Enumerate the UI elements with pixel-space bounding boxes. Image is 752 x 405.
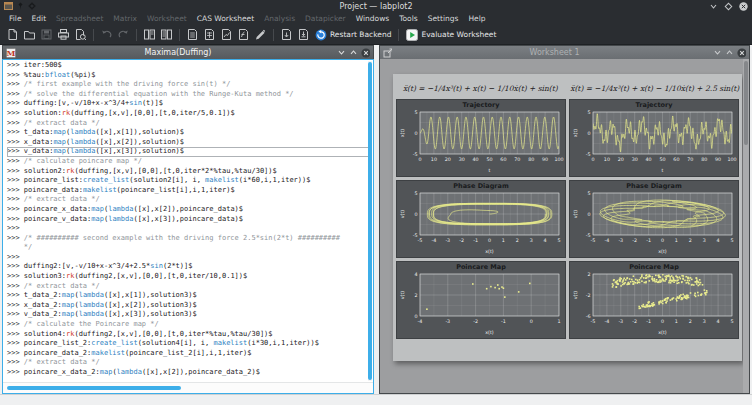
configure-icon[interactable] bbox=[28, 2, 36, 10]
restart-backend-button[interactable]: Restart Backend bbox=[315, 29, 391, 41]
plot-trajectory-2[interactable]: Trajectory0102030405060708090100-505tx(t… bbox=[569, 99, 739, 177]
worksheet-page[interactable]: ẍ(t) = −1/4x³(t) + x(t) − 1/10ẋ(t) + sin… bbox=[393, 74, 742, 361]
svg-text:20: 20 bbox=[445, 157, 451, 162]
panel-close-icon[interactable] bbox=[361, 48, 370, 57]
console-line: >>> solution:rk(duffing,[x,v],[0,0],[t,0… bbox=[7, 109, 370, 119]
new-worksheet-icon[interactable] bbox=[219, 27, 234, 42]
svg-text:-2: -2 bbox=[459, 238, 464, 243]
svg-text:-5: -5 bbox=[413, 152, 418, 157]
svg-text:x(t): x(t) bbox=[485, 249, 494, 254]
plot-poincare-map-2[interactable]: Poincare Map-5-4-3-2-1012345-6-22x(t)v(t… bbox=[569, 261, 739, 339]
worksheet-view[interactable]: ẍ(t) = −1/4x³(t) + x(t) − 1/10ẋ(t) + sin… bbox=[379, 59, 750, 394]
svg-text:-5: -5 bbox=[591, 238, 596, 243]
svg-text:v(t): v(t) bbox=[400, 210, 405, 219]
evaluate-worksheet-label: Evaluate Worksheet bbox=[421, 30, 496, 39]
console-line: >>> solution3:rk(duffing2,[x,v],[0,0],[t… bbox=[7, 272, 370, 282]
new-cas-worksheet-icon[interactable] bbox=[236, 27, 251, 42]
column-title-equation-1: ẍ(t) = −1/4x³(t) + x(t) − 1/10ẋ(t) + sin… bbox=[393, 84, 568, 99]
plot-trajectory-1[interactable]: Trajectory0102030405060708090100-505tx(t… bbox=[396, 99, 566, 177]
close-icon[interactable] bbox=[739, 2, 748, 11]
evaluate-worksheet-button[interactable]: Evaluate Worksheet bbox=[406, 29, 496, 41]
plot-phase-diagram-1[interactable]: Phase Diagram-5-4-3-2-1012345-505x(t)v(t… bbox=[396, 180, 566, 258]
console-line: >>> /* extract data */ bbox=[7, 119, 370, 129]
plot-poincare-map-1[interactable]: Poincare Map-4-3-2-101024x(t)v(t) bbox=[396, 261, 566, 339]
console-vertical-scrollbar[interactable] bbox=[368, 61, 372, 381]
svg-text:-4: -4 bbox=[605, 319, 610, 324]
menu-windows[interactable]: Windows bbox=[351, 14, 394, 23]
panel-close-icon[interactable] bbox=[737, 48, 746, 57]
console-line: >>> /* first example with the driving fo… bbox=[7, 80, 370, 90]
svg-text:5: 5 bbox=[587, 110, 590, 115]
svg-text:v(t): v(t) bbox=[573, 210, 578, 219]
new-matrix-icon[interactable] bbox=[202, 27, 217, 42]
panel-detach-icon[interactable] bbox=[383, 48, 392, 57]
svg-text:3: 3 bbox=[703, 319, 706, 324]
console-line: >>> duffing:[v,-v/10+x-x^3/4+sin(t)]$ bbox=[7, 99, 370, 109]
svg-text:2: 2 bbox=[516, 238, 519, 243]
shade-icon[interactable] bbox=[709, 2, 718, 11]
svg-text:100: 100 bbox=[554, 157, 563, 162]
restart-backend-icon bbox=[315, 29, 327, 41]
new-document-icon[interactable] bbox=[5, 27, 20, 42]
print-preview-icon[interactable] bbox=[73, 27, 88, 42]
toolbar-separator bbox=[179, 29, 180, 41]
menu-help[interactable]: Help bbox=[463, 14, 490, 23]
print-icon[interactable] bbox=[56, 27, 71, 42]
import-sql-icon[interactable] bbox=[296, 27, 311, 42]
menu-edit[interactable]: Edit bbox=[27, 14, 52, 23]
svg-text:0: 0 bbox=[530, 319, 533, 324]
svg-text:0: 0 bbox=[661, 319, 664, 324]
worksheet-vertical-scrollbar[interactable] bbox=[743, 59, 749, 393]
console-line: >>> x_data:map(lambda([x],x[2]),solution… bbox=[7, 138, 370, 148]
panel-menu-chevron-down-icon[interactable] bbox=[337, 48, 346, 57]
panel-float-chevron-up-icon[interactable] bbox=[725, 48, 734, 57]
menu-cas-worksheet[interactable]: CAS Worksheet bbox=[192, 14, 259, 23]
svg-text:10: 10 bbox=[431, 157, 437, 162]
svg-text:-6: -6 bbox=[586, 314, 591, 319]
console-line: >>> solution4:rk(duffing2,[x,v],[0,0],[t… bbox=[7, 330, 370, 340]
maxima-console-text[interactable]: >>> iter:500$>>> %tau:bfloat(%pi)$>>> /*… bbox=[3, 60, 373, 382]
menu-datapicker: Datapicker bbox=[300, 14, 351, 23]
maxima-console[interactable]: >>> iter:500$>>> %tau:bfloat(%pi)$>>> /*… bbox=[2, 59, 374, 394]
svg-text:4: 4 bbox=[544, 238, 547, 243]
console-line: >>> v_data_2:map(lambda([x],x[3]),soluti… bbox=[7, 310, 370, 320]
plot-phase-diagram-2[interactable]: Phase Diagram-5-4-3-2-1012345-505x(t)v(t… bbox=[569, 180, 739, 258]
plot-canvas: -5-4-3-2-1012345-505x(t)v(t) bbox=[571, 191, 737, 255]
plot-title: Poincare Map bbox=[397, 262, 565, 272]
panel-float-chevron-up-icon[interactable] bbox=[349, 48, 358, 57]
maxima-panel-header[interactable]: M Maxima(Duffing) bbox=[2, 45, 374, 59]
svg-text:x(t): x(t) bbox=[658, 330, 667, 335]
svg-text:40: 40 bbox=[646, 157, 652, 162]
svg-text:70: 70 bbox=[514, 157, 520, 162]
properties-explorer-icon[interactable] bbox=[159, 27, 174, 42]
console-line: >>> t_data:map(lambda([x],x[1]),solution… bbox=[7, 128, 370, 138]
import-file-icon[interactable] bbox=[279, 27, 294, 42]
svg-text:1: 1 bbox=[557, 319, 560, 324]
project-explorer-icon[interactable] bbox=[142, 27, 157, 42]
svg-text:2: 2 bbox=[414, 293, 417, 298]
menubar: FileEditSpreadsheetMatrixWorksheetCAS Wo… bbox=[0, 12, 752, 25]
console-line: >>> iter:500$ bbox=[7, 61, 370, 71]
new-datapicker-icon[interactable] bbox=[253, 27, 268, 42]
keep-above-icon[interactable] bbox=[724, 2, 733, 11]
new-spreadsheet-icon[interactable] bbox=[185, 27, 200, 42]
console-line: >>> x_data_2:map(lambda([x],x[2]),soluti… bbox=[7, 301, 370, 311]
worksheet-panel-title: Worksheet 1 bbox=[400, 48, 709, 57]
pin-icon[interactable] bbox=[17, 2, 24, 10]
svg-text:4: 4 bbox=[717, 319, 720, 324]
menu-worksheet: Worksheet bbox=[142, 14, 192, 23]
svg-text:v(t): v(t) bbox=[400, 291, 405, 300]
maxima-icon: M bbox=[6, 48, 16, 58]
menu-settings[interactable]: Settings bbox=[423, 14, 464, 23]
svg-text:-2: -2 bbox=[473, 319, 478, 324]
panel-menu-chevron-down-icon[interactable] bbox=[713, 48, 722, 57]
menu-tools[interactable]: Tools bbox=[394, 14, 422, 23]
menu-file[interactable]: File bbox=[4, 14, 27, 23]
svg-text:10: 10 bbox=[604, 157, 610, 162]
console-horizontal-scrollbar[interactable] bbox=[3, 382, 373, 393]
svg-text:x(t): x(t) bbox=[485, 330, 494, 335]
open-folder-icon[interactable] bbox=[22, 27, 37, 42]
worksheet-panel-header[interactable]: Worksheet 1 bbox=[379, 45, 750, 59]
svg-text:40: 40 bbox=[473, 157, 479, 162]
svg-text:80: 80 bbox=[528, 157, 534, 162]
